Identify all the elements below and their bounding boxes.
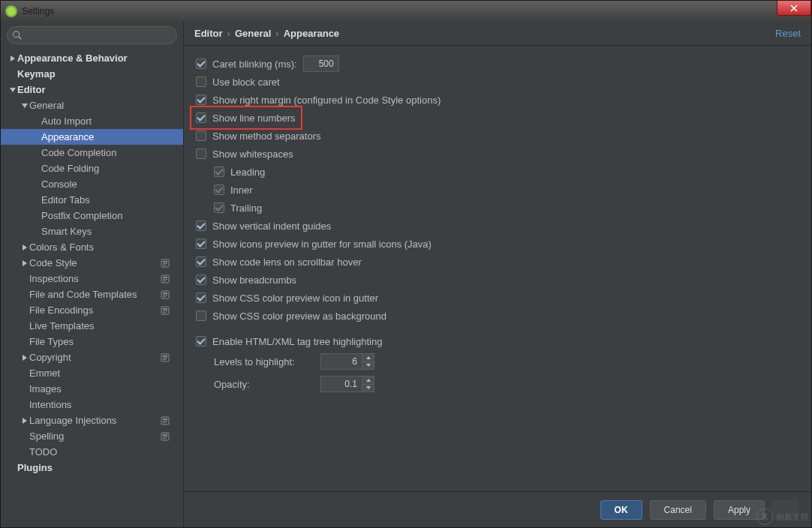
search-wrap[interactable] <box>7 26 177 44</box>
checkbox-trailing[interactable] <box>214 202 224 213</box>
sidebar-item-code-style[interactable]: Code Style <box>1 255 183 271</box>
sidebar-item-spelling[interactable]: Spelling <box>1 428 183 444</box>
sidebar-item-file-encodings[interactable]: File Encodings <box>1 302 183 318</box>
sidebar-item-copyright[interactable]: Copyright <box>1 350 183 365</box>
svg-rect-17 <box>163 312 166 313</box>
opt-method-separators[interactable]: Show method separators <box>196 127 799 145</box>
sidebar-item-colors-fonts[interactable]: Colors & Fonts <box>1 239 183 255</box>
opt-breadcrumbs[interactable]: Show breadcrumbs <box>196 271 799 289</box>
svg-rect-29 <box>163 438 166 439</box>
spinner-down-icon[interactable] <box>362 385 374 392</box>
checkbox-block-caret[interactable] <box>196 76 206 87</box>
opt-css-bg[interactable]: Show CSS color preview as background <box>196 307 799 325</box>
levels-spinner[interactable] <box>362 353 374 370</box>
sidebar-item-smart-keys[interactable]: Smart Keys <box>1 224 183 239</box>
chevron-down-icon <box>8 87 17 93</box>
apply-button[interactable]: Apply <box>714 500 765 520</box>
levels-input[interactable] <box>320 353 362 370</box>
help-button[interactable] <box>772 500 798 520</box>
sidebar-item-auto-import[interactable]: Auto Import <box>1 113 183 129</box>
spinner-up-icon[interactable] <box>362 354 374 362</box>
opt-html-xml[interactable]: Enable HTML/XML tag tree highlighting <box>196 332 799 350</box>
opt-caret-blinking[interactable]: Caret blinking (ms): <box>196 55 799 73</box>
opt-vertical-indent[interactable]: Show vertical indent guides <box>196 217 799 235</box>
sidebar-item-inspections[interactable]: Inspections <box>1 271 183 286</box>
sidebar: Appearance & BehaviorKeymapEditorGeneral… <box>1 22 184 527</box>
project-scope-icon <box>161 416 170 425</box>
opt-block-caret[interactable]: Use block caret <box>196 73 799 91</box>
sidebar-item-label: Smart Keys <box>41 226 183 237</box>
sidebar-item-label: Console <box>41 178 183 190</box>
checkbox-icons-preview[interactable] <box>196 238 206 249</box>
checkbox-method-separators[interactable] <box>196 130 206 141</box>
opt-code-lens[interactable]: Show code lens on scrollbar hover <box>196 253 799 271</box>
close-button[interactable] <box>777 1 811 16</box>
caret-blinking-input[interactable] <box>303 56 339 72</box>
sidebar-item-emmet[interactable]: Emmet <box>1 365 183 381</box>
ok-button[interactable]: OK <box>600 500 642 520</box>
breadcrumbs-label: Show breadcrumbs <box>212 274 296 286</box>
reset-link[interactable]: Reset <box>775 28 801 39</box>
sidebar-item-todo[interactable]: TODO <box>1 444 183 460</box>
search-input[interactable] <box>26 30 176 40</box>
sidebar-item-live-templates[interactable]: Live Templates <box>1 318 183 334</box>
spinner-up-icon[interactable] <box>362 376 374 385</box>
checkbox-css-gutter[interactable] <box>196 292 206 303</box>
checkbox-caret-blinking[interactable] <box>196 58 206 69</box>
opt-icons-preview[interactable]: Show icons preview in gutter for small i… <box>196 235 799 253</box>
sidebar-item-file-types[interactable]: File Types <box>1 334 183 350</box>
opt-leading[interactable]: Leading <box>196 163 799 181</box>
right-margin-label: Show right margin (configured in Code St… <box>212 94 441 106</box>
checkbox-right-margin[interactable] <box>196 94 206 105</box>
sidebar-item-code-completion[interactable]: Code Completion <box>1 145 183 160</box>
opacity-input[interactable] <box>320 376 362 392</box>
checkbox-leading[interactable] <box>214 166 224 177</box>
chevron-right-icon <box>20 355 29 361</box>
sidebar-item-file-and-code-templates[interactable]: File and Code Templates <box>1 286 183 302</box>
sidebar-item-postfix-completion[interactable]: Postfix Completion <box>1 208 183 224</box>
sidebar-item-general[interactable]: General <box>1 98 183 113</box>
opt-right-margin[interactable]: Show right margin (configured in Code St… <box>196 91 799 109</box>
checkbox-code-lens[interactable] <box>196 256 206 267</box>
sidebar-item-label: TODO <box>29 446 183 458</box>
sidebar-item-label: Images <box>29 383 183 394</box>
sidebar-item-keymap[interactable]: Keymap <box>1 66 183 82</box>
css-gutter-label: Show CSS color preview icon in gutter <box>212 292 378 304</box>
checkbox-whitespaces[interactable] <box>196 148 206 159</box>
sidebar-item-code-folding[interactable]: Code Folding <box>1 160 183 176</box>
sidebar-item-editor-tabs[interactable]: Editor Tabs <box>1 192 183 208</box>
opt-line-numbers[interactable]: Show line numbers <box>196 109 799 127</box>
sidebar-item-intentions[interactable]: Intentions <box>1 397 183 412</box>
sidebar-item-images[interactable]: Images <box>1 381 183 397</box>
opt-trailing[interactable]: Trailing <box>196 199 799 217</box>
opt-css-gutter[interactable]: Show CSS color preview icon in gutter <box>196 289 799 307</box>
sidebar-item-editor[interactable]: Editor <box>1 82 183 98</box>
checkbox-css-bg[interactable] <box>196 310 206 321</box>
svg-rect-23 <box>163 418 167 420</box>
sidebar-item-appearance-behavior[interactable]: Appearance & Behavior <box>1 50 183 66</box>
dialog-footer: OK Cancel Apply <box>184 491 811 527</box>
sidebar-item-language-injections[interactable]: Language Injections <box>1 412 183 428</box>
svg-rect-13 <box>163 296 166 297</box>
checkbox-inner[interactable] <box>214 184 224 195</box>
sidebar-item-label: Editor <box>17 84 183 95</box>
opacity-spinner[interactable] <box>362 376 374 392</box>
settings-tree[interactable]: Appearance & BehaviorKeymapEditorGeneral… <box>1 47 183 527</box>
sidebar-item-label: Keymap <box>17 68 183 80</box>
svg-rect-3 <box>163 261 167 262</box>
checkbox-vertical-indent[interactable] <box>196 220 206 231</box>
sidebar-item-console[interactable]: Console <box>1 176 183 192</box>
checkbox-line-numbers[interactable] <box>196 112 206 123</box>
sidebar-item-plugins[interactable]: Plugins <box>1 460 183 476</box>
opt-inner[interactable]: Inner <box>196 181 799 199</box>
checkbox-html-xml[interactable] <box>196 336 206 346</box>
project-scope-icon <box>161 290 170 299</box>
opt-whitespaces[interactable]: Show whitespaces <box>196 145 799 163</box>
sidebar-item-appearance[interactable]: Appearance <box>1 129 183 145</box>
svg-rect-4 <box>163 263 167 264</box>
caret-blinking-label: Caret blinking (ms): <box>212 58 297 70</box>
spinner-down-icon[interactable] <box>362 362 374 370</box>
cancel-button[interactable]: Cancel <box>650 500 706 520</box>
checkbox-breadcrumbs[interactable] <box>196 274 206 285</box>
icons-preview-label: Show icons preview in gutter for small i… <box>212 238 432 250</box>
